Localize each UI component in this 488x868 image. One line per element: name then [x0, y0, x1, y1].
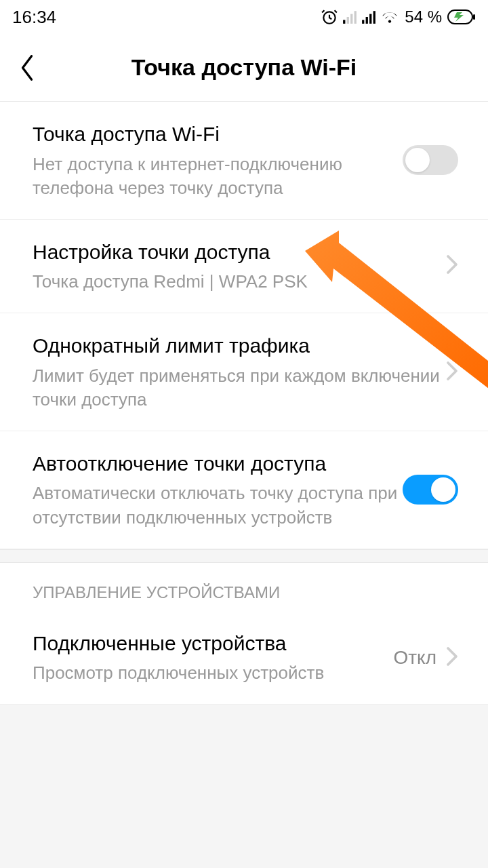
devices-list: Подключенные устройства Просмотр подключ…: [0, 611, 488, 705]
connected-devices-item[interactable]: Подключенные устройства Просмотр подключ…: [0, 611, 488, 705]
chevron-right-icon: [446, 646, 458, 669]
item-subtitle: Нет доступа к интернет-подключению телеф…: [33, 153, 403, 200]
item-value: Откл: [393, 647, 436, 669]
status-time: 16:34: [12, 7, 56, 28]
item-subtitle: Лимит будет применяться при каждом включ…: [33, 364, 446, 412]
alarm-icon: [321, 8, 338, 26]
auto-off-item[interactable]: Автоотключение точки доступа Автоматичес…: [0, 431, 488, 549]
hotspot-setup-item[interactable]: Настройка точки доступа Точка доступа Re…: [0, 220, 488, 314]
svg-rect-3: [350, 14, 352, 24]
signal-2-icon: [361, 9, 376, 24]
item-subtitle: Точка доступа Redmi | WPA2 PSK: [33, 270, 446, 294]
section-divider: [0, 549, 488, 563]
wifi-icon: [380, 9, 399, 24]
auto-off-toggle[interactable]: [403, 475, 458, 505]
item-title: Однократный лимит трафика: [33, 332, 446, 360]
item-title: Подключенные устройства: [33, 630, 393, 658]
item-text: Подключенные устройства Просмотр подключ…: [33, 630, 393, 686]
chevron-right-icon: [446, 361, 458, 384]
item-text: Настройка точки доступа Точка доступа Re…: [33, 239, 446, 294]
svg-rect-8: [373, 11, 375, 24]
item-text: Автоотключение точки доступа Автоматичес…: [33, 450, 403, 530]
item-text: Однократный лимит трафика Лимит будет пр…: [33, 332, 446, 412]
hotspot-toggle-item[interactable]: Точка доступа Wi-Fi Нет доступа к интерн…: [0, 102, 488, 220]
item-text: Точка доступа Wi-Fi Нет доступа к интерн…: [33, 121, 403, 200]
item-subtitle: Просмотр подключенных устройств: [33, 661, 393, 685]
settings-list: Точка доступа Wi-Fi Нет доступа к интерн…: [0, 102, 488, 549]
back-button[interactable]: [0, 34, 54, 101]
item-title: Автоотключение точки доступа: [33, 450, 403, 478]
svg-rect-4: [354, 11, 357, 24]
svg-rect-5: [362, 20, 364, 24]
chevron-left-icon: [18, 53, 36, 83]
status-icons: 54 %: [321, 7, 476, 26]
svg-rect-2: [347, 17, 349, 24]
chevron-right-icon: [446, 254, 458, 277]
traffic-limit-item[interactable]: Однократный лимит трафика Лимит будет пр…: [0, 313, 488, 431]
item-title: Точка доступа Wi-Fi: [33, 121, 403, 149]
svg-rect-1: [343, 20, 345, 24]
hotspot-toggle[interactable]: [403, 145, 458, 175]
battery-percent: 54 %: [405, 7, 442, 26]
svg-rect-6: [366, 17, 368, 24]
svg-rect-7: [369, 14, 371, 24]
svg-rect-10: [473, 14, 475, 20]
section-header-devices: УПРАВЛЕНИЕ УСТРОЙСТВАМИ: [0, 563, 488, 611]
page-header: Точка доступа Wi-Fi: [0, 34, 488, 102]
signal-1-icon: [342, 9, 357, 24]
item-title: Настройка точки доступа: [33, 239, 446, 267]
item-subtitle: Автоматически отключать точку доступа пр…: [33, 481, 403, 529]
page-title: Точка доступа Wi-Fi: [0, 54, 488, 81]
status-bar: 16:34 54 %: [0, 0, 488, 34]
battery-charging-icon: [447, 9, 476, 24]
